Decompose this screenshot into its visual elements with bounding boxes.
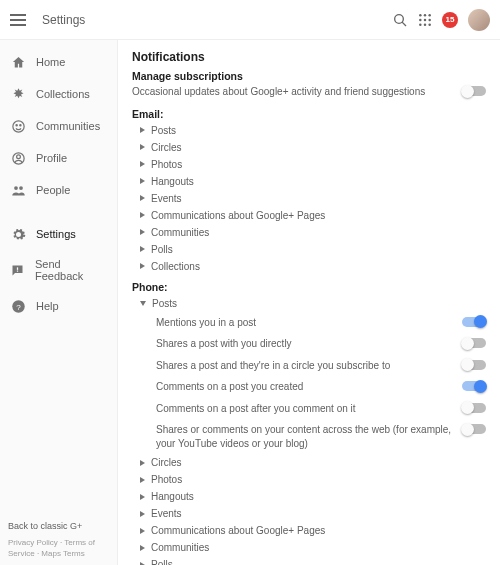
chevron-right-icon	[140, 263, 145, 269]
tree-item[interactable]: Hangouts	[132, 173, 486, 190]
hamburger-menu-icon[interactable]	[10, 10, 30, 30]
notifications-badge[interactable]: 15	[442, 12, 458, 28]
tree-item-label: Hangouts	[151, 176, 194, 187]
sidebar-item-feedback[interactable]: Send Feedback	[0, 250, 117, 290]
notification-setting-row: Shares a post with you directly	[156, 333, 486, 355]
tree-item[interactable]: Communications about Google+ Pages	[132, 207, 486, 224]
sidebar-item-collections[interactable]: Collections	[0, 78, 117, 110]
svg-point-9	[424, 23, 426, 25]
svg-point-16	[14, 186, 18, 190]
tree-item[interactable]: Photos	[132, 156, 486, 173]
svg-point-10	[428, 23, 430, 25]
tree-item-label: Communities	[151, 227, 209, 238]
setting-label: Shares a post with you directly	[156, 337, 454, 351]
sidebar-item-label: Profile	[36, 152, 67, 164]
header-actions: 15	[392, 9, 490, 31]
sidebar-item-label: Collections	[36, 88, 90, 100]
tree-item[interactable]: Events	[132, 190, 486, 207]
tree-item[interactable]: Communications about Google+ Pages	[132, 522, 486, 539]
svg-point-17	[19, 186, 23, 190]
svg-point-12	[16, 124, 17, 125]
setting-label: Comments on a post you created	[156, 380, 454, 394]
setting-toggle[interactable]	[462, 338, 486, 348]
chevron-right-icon	[140, 545, 145, 551]
svg-text:?: ?	[16, 302, 21, 311]
setting-toggle[interactable]	[462, 317, 486, 327]
chevron-down-icon	[140, 301, 146, 306]
sub-list: Mentions you in a postShares a post with…	[132, 312, 486, 455]
setting-toggle[interactable]	[462, 424, 486, 434]
sidebar-item-label: Settings	[36, 228, 76, 240]
subscriptions-toggle[interactable]	[462, 86, 486, 96]
svg-point-8	[419, 23, 421, 25]
sidebar-item-label: People	[36, 184, 70, 196]
setting-toggle[interactable]	[462, 403, 486, 413]
tree-item[interactable]: Posts	[132, 295, 486, 312]
footer-links[interactable]: Privacy Policy · Terms of Service · Maps…	[8, 538, 95, 558]
svg-point-6	[424, 18, 426, 20]
section-subhead: Manage subscriptions	[132, 70, 486, 82]
tree-item[interactable]: Communities	[132, 224, 486, 241]
chevron-right-icon	[140, 511, 145, 517]
chevron-right-icon	[140, 195, 145, 201]
section-desc: Occasional updates about Google+ activit…	[132, 85, 454, 99]
chevron-right-icon	[140, 161, 145, 167]
tree-item-label: Circles	[151, 457, 182, 468]
sidebar-item-label: Communities	[36, 120, 100, 132]
sidebar-item-communities[interactable]: Communities	[0, 110, 117, 142]
setting-toggle[interactable]	[462, 381, 486, 391]
sidebar-item-home[interactable]: Home	[0, 46, 117, 78]
notification-setting-row: Shares or comments on your content acros…	[156, 419, 486, 454]
svg-line-1	[402, 22, 406, 26]
tree-item[interactable]: Photos	[132, 471, 486, 488]
tree-item[interactable]: Circles	[132, 454, 486, 471]
search-icon[interactable]	[392, 12, 408, 28]
sidebar: HomeCollectionsCommunitiesProfilePeopleS…	[0, 40, 118, 565]
tree-item[interactable]: Events	[132, 505, 486, 522]
sidebar-item-help[interactable]: ?Help	[0, 290, 117, 322]
tree-item-label: Polls	[151, 559, 173, 565]
tree-item[interactable]: Circles	[132, 139, 486, 156]
setting-label: Shares a post and they're in a circle yo…	[156, 359, 454, 373]
setting-label: Shares or comments on your content acros…	[156, 423, 454, 450]
sidebar-item-profile[interactable]: Profile	[0, 142, 117, 174]
svg-point-5	[419, 18, 421, 20]
tree-item-label: Photos	[151, 474, 182, 485]
sidebar-item-label: Help	[36, 300, 59, 312]
chevron-right-icon	[140, 229, 145, 235]
back-to-classic-link[interactable]: Back to classic G+	[8, 520, 109, 533]
people-icon	[10, 182, 26, 198]
section-title: Notifications	[132, 50, 486, 64]
apps-icon[interactable]	[418, 13, 432, 27]
tree-item-label: Posts	[151, 125, 176, 136]
tree-item[interactable]: Communities	[132, 539, 486, 556]
tree-item[interactable]: Posts	[132, 122, 486, 139]
tree-item[interactable]: Hangouts	[132, 488, 486, 505]
home-icon	[10, 54, 26, 70]
svg-point-7	[428, 18, 430, 20]
chevron-right-icon	[140, 246, 145, 252]
tree-item[interactable]: Polls	[132, 241, 486, 258]
collections-icon	[10, 86, 26, 102]
sidebar-item-settings[interactable]: Settings	[0, 218, 117, 250]
tree-item-label: Events	[151, 193, 182, 204]
sidebar-item-label: Send Feedback	[35, 258, 107, 282]
setting-toggle[interactable]	[462, 360, 486, 370]
sidebar-item-people[interactable]: People	[0, 174, 117, 206]
tree-item-label: Communications about Google+ Pages	[151, 210, 325, 221]
avatar[interactable]	[468, 9, 490, 31]
svg-point-2	[419, 14, 421, 16]
sidebar-footer: Back to classic G+ Privacy Policy · Term…	[8, 520, 109, 559]
chevron-right-icon	[140, 144, 145, 150]
tree-item[interactable]: Polls	[132, 556, 486, 565]
group-label: Phone:	[132, 281, 486, 293]
communities-icon	[10, 118, 26, 134]
svg-point-13	[19, 124, 20, 125]
notification-setting-row: Mentions you in a post	[156, 312, 486, 334]
tree-item-label: Posts	[152, 298, 177, 309]
chevron-right-icon	[140, 562, 145, 566]
tree-item[interactable]: Collections	[132, 258, 486, 275]
tree-item-label: Collections	[151, 261, 200, 272]
svg-rect-19	[17, 270, 18, 271]
chevron-right-icon	[140, 460, 145, 466]
